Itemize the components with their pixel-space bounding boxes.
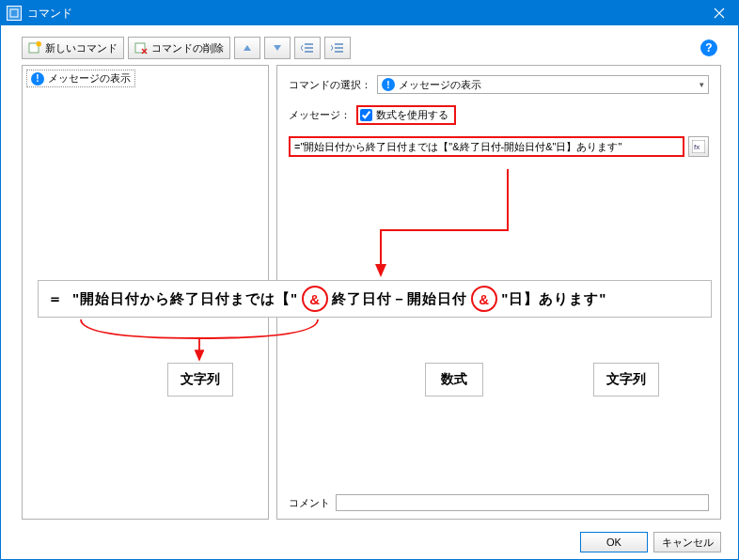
cancel-button[interactable]: キャンセル [653,532,721,552]
formula-value: ="開始日付から終了日付までは【"&終了日付-開始日付&"日】あります" [294,140,621,154]
svg-point-2 [37,42,41,47]
dialog-window: コマンド 新しいコマンド コマンドの削除 ? [0,0,739,560]
delete-command-label: コマンドの削除 [151,41,224,55]
arrow-down-icon [273,44,282,52]
command-tree-pane: ! メッセージの表示 [22,65,269,520]
fx-icon: fx [692,140,705,153]
move-up-button[interactable] [234,37,260,59]
chevron-down-icon: ▾ [700,80,704,89]
close-button[interactable] [700,1,738,25]
command-select-dropdown[interactable]: ! メッセージの表示 ▾ [377,75,709,94]
tree-item-label: メッセージの表示 [48,71,131,86]
outdent-button[interactable] [294,37,321,59]
formula-input[interactable]: ="開始日付から終了日付までは【"&終了日付-開始日付&"日】あります" [289,136,684,157]
new-command-label: 新しいコマンド [45,41,118,55]
info-icon: ! [31,72,44,86]
tree-item-message[interactable]: ! メッセージの表示 [26,70,135,87]
command-select-label: コマンドの選択： [289,78,371,92]
body-area: ! メッセージの表示 コマンドの選択： ! メッセージの表示 ▾ メッセージ： … [22,65,721,520]
new-command-button[interactable]: 新しいコマンド [22,37,124,59]
comment-row: コメント [289,494,709,511]
command-selected-value: メッセージの表示 [399,78,481,92]
dialog-footer: OK キャンセル [1,525,738,559]
formula-row: ="開始日付から終了日付までは【"&終了日付-開始日付&"日】あります" fx [289,136,709,157]
ok-button[interactable]: OK [580,532,648,552]
svg-rect-0 [10,9,18,17]
indent-icon [331,42,344,54]
help-button[interactable]: ? [700,39,717,56]
indent-button[interactable] [324,37,351,59]
command-select-row: コマンドの選択： ! メッセージの表示 ▾ [289,75,709,94]
message-label: メッセージ： [289,108,351,122]
outdent-icon [301,42,314,54]
svg-text:fx: fx [694,143,700,151]
toolbar: 新しいコマンド コマンドの削除 ? [1,25,738,65]
move-down-button[interactable] [264,37,291,59]
info-icon: ! [382,78,395,91]
arrow-up-icon [243,44,252,52]
delete-command-icon [134,41,148,54]
delete-command-button[interactable]: コマンドの削除 [128,37,230,59]
formula-builder-button[interactable]: fx [688,136,709,157]
comment-input[interactable] [336,494,709,511]
window-title: コマンド [27,6,700,22]
command-detail-pane: コマンドの選択： ! メッセージの表示 ▾ メッセージ： 数式を使用する ="開… [276,65,721,520]
app-icon [7,6,22,21]
use-formula-label: 数式を使用する [376,108,448,122]
new-command-icon [28,41,41,54]
comment-label: コメント [289,496,330,510]
use-formula-checkbox[interactable] [360,109,372,121]
message-row: メッセージ： 数式を使用する [289,105,709,125]
titlebar: コマンド [1,1,738,25]
use-formula-checkbox-wrap[interactable]: 数式を使用する [356,105,456,125]
